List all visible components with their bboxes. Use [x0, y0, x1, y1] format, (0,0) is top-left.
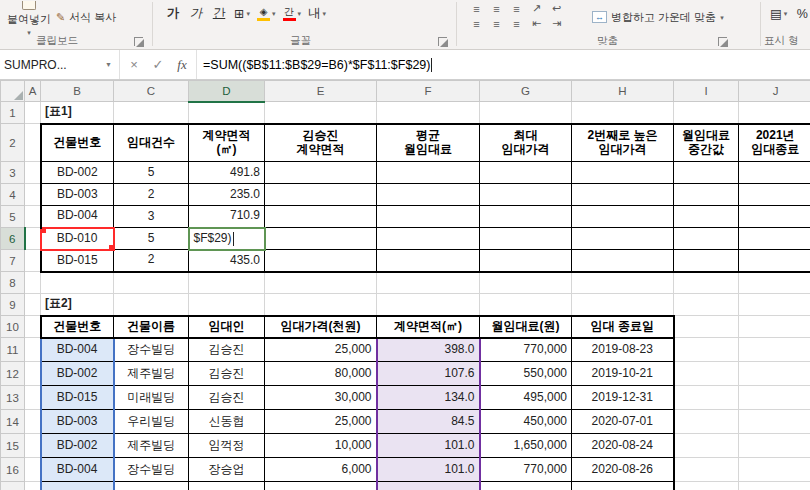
underline-button[interactable]: 간	[209, 3, 229, 24]
cell-I12[interactable]	[674, 362, 739, 386]
cell-D10[interactable]: 임대인	[189, 316, 265, 338]
cell-B2[interactable]: 건물번호	[41, 124, 114, 162]
cell-G4[interactable]	[480, 184, 572, 206]
cell-D16[interactable]: 장승업	[189, 458, 265, 482]
cell-F12[interactable]: 107.6	[377, 362, 480, 386]
cell-E6[interactable]	[265, 228, 377, 250]
row-header-15[interactable]: 15	[1, 434, 25, 458]
cell-B16[interactable]: BD-004	[41, 458, 114, 482]
cell-D7[interactable]: 435.0	[189, 250, 265, 272]
cell-C3[interactable]: 5	[114, 162, 189, 184]
wrap-text-button[interactable]: ↩	[548, 2, 565, 15]
cell-B13[interactable]: BD-015	[41, 386, 114, 410]
bold-button[interactable]: 가	[163, 3, 183, 24]
col-header-D[interactable]: D	[189, 81, 265, 102]
cell-C11[interactable]: 장수빌딩	[114, 338, 189, 362]
row-header-7[interactable]: 7	[1, 250, 25, 272]
cell-H4[interactable]	[572, 184, 674, 206]
enter-button[interactable]: ✓	[146, 57, 170, 72]
cell-H11[interactable]: 2019-08-23	[572, 338, 674, 362]
cell-A17[interactable]	[25, 482, 41, 490]
font-dialog-launcher[interactable]	[438, 37, 447, 46]
cell-I3[interactable]	[674, 162, 739, 184]
cell-F8[interactable]	[377, 272, 480, 294]
cell-I15[interactable]	[674, 434, 739, 458]
row-header-10[interactable]: 10	[1, 316, 25, 338]
phonetic-button[interactable]: 내 ▾	[306, 3, 328, 24]
insert-function-button[interactable]: fx	[170, 57, 194, 73]
cell-C9[interactable]	[114, 294, 189, 316]
cell-A7[interactable]	[25, 250, 41, 272]
cell-A13[interactable]	[25, 386, 41, 410]
name-box-dropdown-icon[interactable]: ▼	[102, 61, 115, 68]
cell-J15[interactable]	[739, 434, 810, 458]
cell-B4[interactable]: BD-003	[41, 184, 114, 206]
row-header-17[interactable]: 17	[1, 482, 25, 490]
cell-I7[interactable]	[674, 250, 739, 272]
cell-H7[interactable]	[572, 250, 674, 272]
cell-I17[interactable]	[674, 482, 739, 490]
cell-C2[interactable]: 임대건수	[114, 124, 189, 162]
cell-A12[interactable]	[25, 362, 41, 386]
merge-center-button[interactable]: ↔ 병합하고 가운데 맞춤 ▾	[592, 7, 724, 27]
row-header-11[interactable]: 11	[1, 338, 25, 362]
row-header-6[interactable]: 6	[1, 228, 25, 250]
cell-D12[interactable]: 김승진	[189, 362, 265, 386]
cell-G9[interactable]	[480, 294, 572, 316]
cell-J8[interactable]	[739, 272, 810, 294]
cell-I9[interactable]	[674, 294, 739, 316]
cell-D6[interactable]: $F$29)	[189, 228, 265, 250]
row-header-14[interactable]: 14	[1, 410, 25, 434]
cell-B1[interactable]: [표1]	[41, 102, 114, 124]
cell-C13[interactable]: 미래빌딩	[114, 386, 189, 410]
align-middle-button[interactable]: ≡	[488, 2, 505, 15]
cell-E2[interactable]: 김승진 계약면적	[265, 124, 377, 162]
cell-C6[interactable]: 5	[114, 228, 189, 250]
cell-D3[interactable]: 491.8	[189, 162, 265, 184]
cell-F14[interactable]: 84.5	[377, 410, 480, 434]
cell-D5[interactable]: 710.9	[189, 206, 265, 228]
cell-B5[interactable]: BD-004	[41, 206, 114, 228]
cell-J5[interactable]	[739, 206, 810, 228]
cell-G8[interactable]	[480, 272, 572, 294]
cell-H15[interactable]: 2020-08-24	[572, 434, 674, 458]
row-header-2[interactable]: 2	[1, 124, 25, 162]
cell-J3[interactable]	[739, 162, 810, 184]
cell-B8[interactable]	[41, 272, 114, 294]
cell-A4[interactable]	[25, 184, 41, 206]
cell-A9[interactable]	[25, 294, 41, 316]
col-header-I[interactable]: I	[674, 81, 739, 102]
cell-G5[interactable]	[480, 206, 572, 228]
cell-E17[interactable]	[265, 482, 377, 490]
cell-C8[interactable]	[114, 272, 189, 294]
cell-E4[interactable]	[265, 184, 377, 206]
cell-B7[interactable]: BD-015	[41, 250, 114, 272]
cell-C16[interactable]: 장수빌딩	[114, 458, 189, 482]
cell-B14[interactable]: BD-003	[41, 410, 114, 434]
cell-A15[interactable]	[25, 434, 41, 458]
cell-H16[interactable]: 2020-08-26	[572, 458, 674, 482]
cell-F16[interactable]: 101.0	[377, 458, 480, 482]
cell-J17[interactable]	[739, 482, 810, 490]
align-left-button[interactable]: ≡	[468, 17, 485, 30]
cell-F2[interactable]: 평균 월임대료	[377, 124, 480, 162]
col-header-B[interactable]: B	[41, 81, 114, 102]
cell-D15[interactable]: 임꺽정	[189, 434, 265, 458]
cell-F7[interactable]	[377, 250, 480, 272]
fill-color-button[interactable]: ◈ ▾	[255, 3, 278, 24]
cell-G17[interactable]	[480, 482, 572, 490]
cell-F11[interactable]: 398.0	[377, 338, 480, 362]
align-right-button[interactable]: ≡	[508, 17, 525, 30]
orientation-button[interactable]: ↗	[528, 2, 545, 15]
name-box[interactable]: SUMPRO... ▼	[0, 50, 120, 79]
cell-E9[interactable]	[265, 294, 377, 316]
cell-D17[interactable]	[189, 482, 265, 490]
cell-H17[interactable]	[572, 482, 674, 490]
cell-F17[interactable]	[377, 482, 480, 490]
cell-C5[interactable]: 3	[114, 206, 189, 228]
cell-A1[interactable]	[25, 102, 41, 124]
format-painter-button[interactable]: ✎ 서식 복사	[56, 10, 116, 25]
cell-D4[interactable]: 235.0	[189, 184, 265, 206]
cell-I10[interactable]	[674, 316, 739, 338]
clipboard-dialog-launcher[interactable]	[134, 37, 143, 46]
